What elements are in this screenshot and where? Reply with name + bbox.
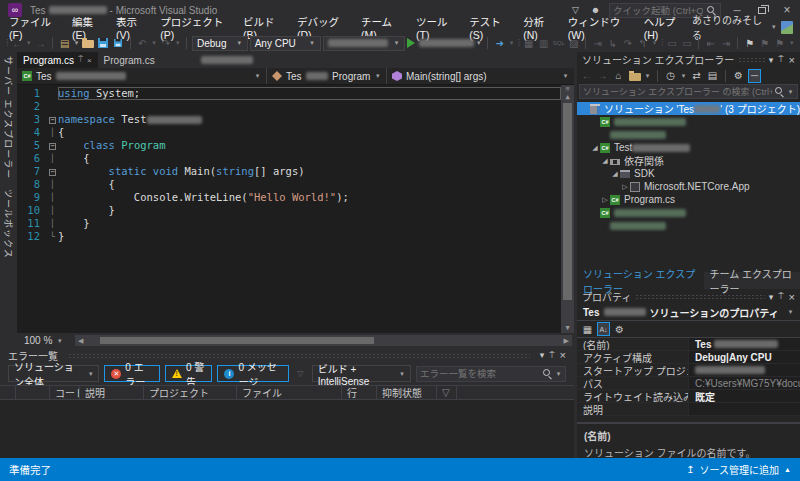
outdent-icon[interactable]: ⇥: [719, 36, 732, 50]
column-header[interactable]: プロジェクト: [144, 386, 237, 399]
tab-program-cs-active[interactable]: Program.cs ⍑ ×: [17, 52, 98, 68]
column-header-blank[interactable]: [0, 386, 16, 399]
scrollbar-thumb[interactable]: [563, 103, 572, 300]
open-file-icon[interactable]: [82, 36, 95, 50]
bookmark-icon[interactable]: ⚑: [743, 36, 756, 50]
tree-item-item[interactable]: [577, 219, 800, 232]
close-icon[interactable]: ×: [87, 56, 92, 65]
close-icon[interactable]: ×: [789, 54, 795, 66]
scroll-right-icon[interactable]: ▶: [561, 337, 572, 345]
collapse-icon[interactable]: −: [49, 143, 56, 150]
fold-margin[interactable]: │: [47, 152, 58, 165]
data-grid-icon[interactable]: ▥: [537, 36, 550, 50]
error-search-box[interactable]: ▾: [416, 366, 566, 382]
redo-icon[interactable]: ↷: [159, 36, 172, 50]
panel-drag-grip[interactable]: [635, 294, 764, 299]
property-pages-icon[interactable]: ⚙: [613, 322, 626, 336]
chevron-down-icon[interactable]: ▾: [174, 39, 181, 47]
alphabetical-sort-icon[interactable]: A↓: [597, 322, 610, 336]
panel-drag-grip[interactable]: [738, 57, 764, 62]
navigate-back-icon[interactable]: ←: [11, 36, 24, 50]
start-debugging-button[interactable]: [407, 36, 474, 50]
column-header-blank[interactable]: [16, 386, 50, 399]
tree-item-solution[interactable]: ソリューション 'Tes' (3 プロジェクト): [577, 102, 800, 115]
categorized-icon[interactable]: ▦: [581, 322, 594, 336]
pin-icon[interactable]: ⍑: [778, 291, 783, 302]
window-position-icon[interactable]: ▾: [769, 55, 774, 65]
close-icon[interactable]: ×: [789, 291, 795, 303]
error-list-body[interactable]: [0, 400, 574, 458]
expanded-arrow-icon[interactable]: ◢: [590, 144, 600, 152]
property-value[interactable]: Debug|Any CPU: [689, 351, 800, 363]
collapse-all-icon[interactable]: ─: [748, 69, 761, 83]
save-all-icon[interactable]: [112, 36, 125, 50]
collapsed-arrow-icon[interactable]: ▷: [600, 196, 610, 204]
collapse-icon[interactable]: −: [49, 169, 56, 176]
property-value[interactable]: C:¥Users¥MG75Y¥documents¥vi: [689, 377, 800, 389]
scroll-down-icon[interactable]: ▼: [565, 324, 569, 333]
pending-changes-filter-icon[interactable]: ◷: [664, 69, 677, 83]
code-editor[interactable]: 1using System;23−namespace Test4│{5− cla…: [17, 85, 574, 333]
error-scope-dropdown[interactable]: ソリューション全体▾: [8, 365, 99, 382]
sql-icon[interactable]: SQL: [552, 36, 565, 50]
fold-margin[interactable]: │: [47, 126, 58, 139]
save-icon[interactable]: [97, 36, 110, 50]
next-bookmark-icon[interactable]: ⚑: [773, 36, 786, 50]
property-value[interactable]: 既定: [689, 390, 800, 402]
home-icon[interactable]: ⌂: [612, 69, 625, 83]
previous-bookmark-icon[interactable]: ⚑: [758, 36, 771, 50]
window-position-icon[interactable]: ▾: [540, 350, 545, 360]
project-dropdown[interactable]: C# Tes ▾: [17, 68, 267, 84]
property-value[interactable]: [689, 403, 800, 415]
sync-with-active-document-icon[interactable]: ⇄: [690, 69, 703, 83]
forward-icon[interactable]: →: [596, 69, 609, 83]
pin-icon[interactable]: ⍑: [549, 350, 554, 361]
add-to-source-control-button[interactable]: ↥ ソース管理に追加 ▲: [686, 462, 791, 477]
navigate-forward-icon[interactable]: →: [34, 36, 47, 50]
chevron-down-icon[interactable]: ▾: [73, 39, 80, 47]
expanded-arrow-icon[interactable]: ◢: [600, 157, 610, 165]
vertical-scrollbar[interactable]: ≡ ▲ ▼: [561, 85, 574, 333]
splitter-handle[interactable]: ≡: [565, 85, 569, 93]
comment-icon[interactable]: ▭: [665, 36, 678, 50]
step-over-icon[interactable]: ↷: [621, 36, 634, 50]
type-dropdown[interactable]: TesProgram ▾: [267, 68, 387, 84]
tab-program-cs[interactable]: Program.cs: [98, 52, 161, 68]
toolbar-grip[interactable]: ⁞: [6, 38, 8, 48]
chevron-down-icon[interactable]: ▾: [26, 39, 33, 47]
tree-item-project[interactable]: ◢C#Test: [577, 141, 800, 154]
fold-margin[interactable]: │: [47, 217, 58, 230]
property-value[interactable]: [689, 364, 800, 376]
messages-toggle-button[interactable]: i0 メッセージ: [217, 365, 288, 382]
tree-item-csfile[interactable]: ▷C#Program.cs: [577, 193, 800, 206]
fold-margin[interactable]: [47, 87, 58, 100]
horizontal-scrollbar[interactable]: ◀ ▶: [75, 335, 572, 346]
tree-item-item[interactable]: [577, 128, 800, 141]
solution-configuration-dropdown[interactable]: Debug▾: [192, 36, 248, 51]
tree-item-project[interactable]: C#: [577, 115, 800, 128]
chevron-down-icon[interactable]: ▾: [476, 39, 483, 47]
tab-toolbox[interactable]: ツールボックス: [2, 189, 15, 259]
tab-team-explorer[interactable]: チーム エクスプローラー: [704, 272, 800, 289]
solution-search-box[interactable]: ▾: [579, 84, 798, 99]
member-dropdown[interactable]: Main(string[] args) ▾: [387, 68, 574, 84]
show-next-statement-icon[interactable]: ⇥: [591, 36, 604, 50]
errors-toggle-button[interactable]: ✕0 エラー: [104, 365, 160, 382]
solution-platform-dropdown[interactable]: Any CPU▾: [250, 36, 321, 51]
panel-drag-grip[interactable]: [68, 353, 530, 358]
back-icon[interactable]: ←: [580, 69, 593, 83]
step-out-icon[interactable]: ↰: [636, 36, 649, 50]
column-header[interactable]: 行: [342, 386, 377, 399]
tree-item-sdk[interactable]: ◢SDK: [577, 167, 800, 180]
fold-margin[interactable]: │: [47, 178, 58, 191]
attach-to-process-icon[interactable]: ➜: [493, 36, 506, 50]
close-icon[interactable]: ×: [560, 349, 566, 361]
collapse-icon[interactable]: −: [49, 117, 56, 124]
warnings-toggle-button[interactable]: 0 警告: [165, 365, 213, 382]
properties-object-dropdown[interactable]: Tes ソリューションのプロパティ ▾: [577, 304, 800, 321]
column-header[interactable]: 説明: [80, 386, 144, 399]
fold-margin[interactable]: │: [47, 191, 58, 204]
pin-icon[interactable]: ⍑: [778, 54, 783, 65]
filter-funnel-icon[interactable]: ▽: [437, 386, 457, 399]
window-position-icon[interactable]: ▾: [769, 292, 774, 302]
